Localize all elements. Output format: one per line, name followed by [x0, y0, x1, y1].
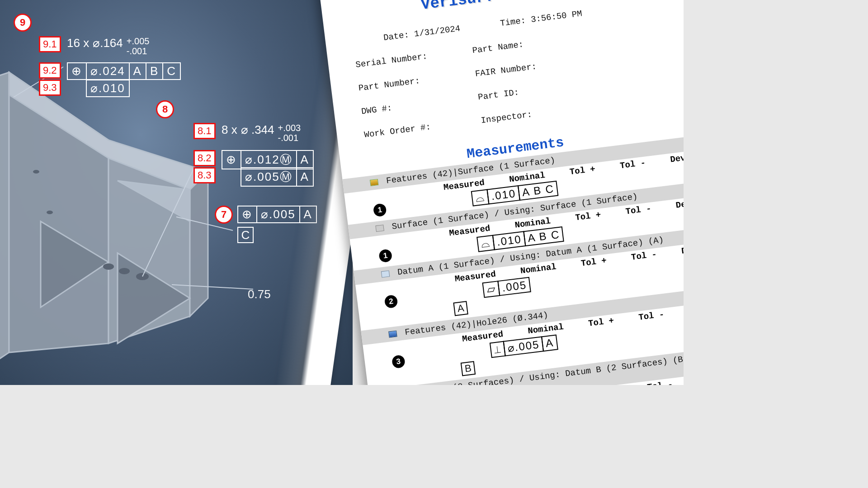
feature-icon — [370, 179, 379, 186]
datum-b-flag: B — [461, 361, 476, 376]
svg-point-8 — [103, 263, 114, 270]
balloon-ref-1: 1 — [378, 249, 392, 263]
fcf-8b[interactable]: ⊕ ⌀.005Ⓜ A — [222, 167, 314, 187]
holenote-8: 8 x⌀ .344 +.003-.001 — [222, 123, 301, 143]
datum-icon — [381, 270, 390, 277]
balloon-8[interactable]: 8 — [156, 100, 174, 118]
fcf-9b[interactable]: ⊕ ⌀.010 — [67, 80, 130, 97]
holenote-9: 16 x⌀.164 +.005-.001 — [67, 36, 149, 56]
balloon-7[interactable]: 7 — [215, 206, 233, 224]
true-position-icon: ⊕ — [222, 150, 241, 169]
balloon-9[interactable]: 9 — [14, 14, 32, 32]
true-position-icon: ⊕ — [237, 206, 257, 223]
balloon-ref-1: 1 — [373, 203, 387, 217]
balloon-ref-3: 3 — [392, 355, 406, 369]
dim-0.75: 0.75 — [248, 287, 271, 301]
datum-c-flag[interactable]: C — [237, 227, 254, 243]
balloon-ref-2: 2 — [384, 295, 398, 309]
svg-marker-4 — [190, 172, 208, 316]
svg-point-12 — [47, 211, 53, 214]
svg-marker-0 — [0, 72, 9, 371]
svg-point-9 — [119, 268, 130, 274]
fcf-row: ▱ .005 — [482, 277, 531, 298]
redbox-9.1[interactable]: 9.1 — [39, 36, 61, 52]
datum-a-flag: A — [453, 301, 468, 316]
surface-icon — [375, 225, 384, 232]
true-position-icon: ⊕ — [67, 62, 87, 80]
svg-point-11 — [33, 170, 39, 174]
redbox-8.1[interactable]: 8.1 — [193, 123, 216, 139]
fcf-8a[interactable]: ⊕ ⌀.012Ⓜ A — [222, 150, 314, 169]
redbox-8.3[interactable]: 8.3 — [193, 167, 216, 183]
redbox-9.2[interactable]: 9.2 — [39, 62, 61, 79]
redbox-9.3[interactable]: 9.3 — [39, 80, 61, 96]
fcf-9a[interactable]: ⊕ ⌀.024 A B C — [67, 62, 181, 80]
feature-icon — [388, 330, 397, 338]
inspection-report[interactable]: Verisurf Inspection Report Date: 1/31/20… — [316, 0, 684, 385]
redbox-8.2[interactable]: 8.2 — [193, 150, 216, 166]
